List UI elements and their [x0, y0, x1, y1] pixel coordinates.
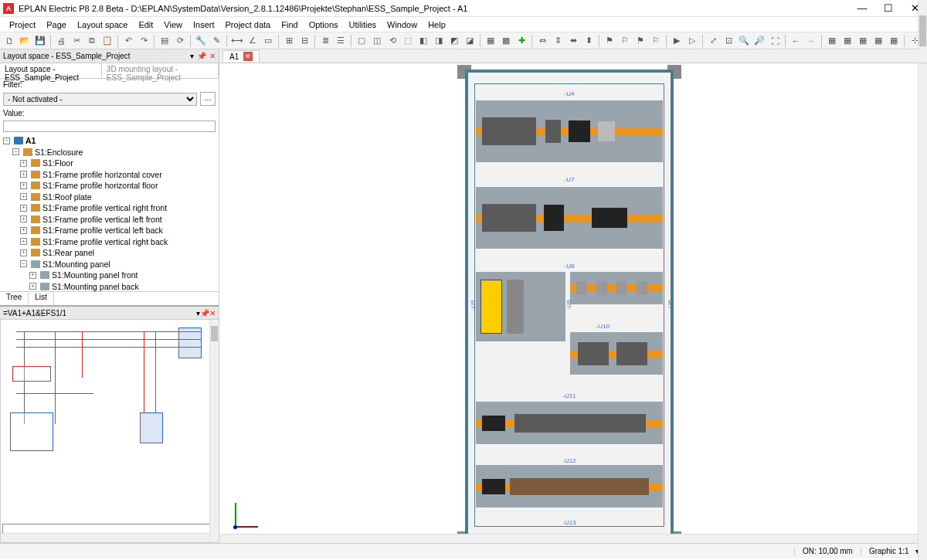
tab-tree[interactable]: Tree — [0, 292, 29, 305]
menu-page[interactable]: Page — [42, 19, 71, 31]
edit-icon[interactable]: ✎ — [209, 34, 223, 48]
collapse-icon[interactable]: − — [3, 137, 10, 144]
panel-pin-icon[interactable]: 📌 — [197, 52, 206, 60]
refresh-icon[interactable]: ⟳ — [173, 34, 187, 48]
dim-icon[interactable]: ⟷ — [230, 34, 244, 48]
menu-utilities[interactable]: Utilities — [345, 19, 381, 31]
redo-icon[interactable]: ↷ — [137, 34, 151, 48]
tree-node[interactable]: +S1:Frame profile horizontal floor — [2, 180, 217, 192]
angle-icon[interactable]: ∠ — [246, 34, 260, 48]
group-icon[interactable]: ⊞ — [282, 34, 296, 48]
expand-icon[interactable]: + — [20, 216, 27, 222]
menu-window[interactable]: Window — [382, 19, 422, 31]
layer-icon[interactable]: ≣ — [318, 34, 332, 48]
dist2-icon[interactable]: ⬍ — [582, 34, 596, 48]
box-icon[interactable]: ▢ — [355, 34, 368, 48]
expand-icon[interactable]: + — [20, 193, 27, 200]
zoom-ext-icon[interactable]: ⤢ — [706, 34, 720, 48]
preview-close-icon[interactable]: ✕ — [209, 309, 216, 317]
rotate-icon[interactable]: ⟲ — [385, 34, 399, 48]
tree-node[interactable]: −S1:Mounting panel — [2, 259, 217, 270]
menu-edit[interactable]: Edit — [134, 19, 158, 31]
view4-icon[interactable]: ◪ — [463, 34, 477, 48]
menu-layout-space[interactable]: Layout space — [73, 19, 132, 31]
cube-icon[interactable]: ◫ — [370, 34, 384, 48]
props-icon[interactable]: ☰ — [334, 34, 348, 48]
panel-close-icon[interactable]: ✕ — [209, 52, 216, 60]
tree-node[interactable]: +S1:Mounting panel back — [2, 281, 217, 292]
align-v-icon[interactable]: ⇕ — [551, 34, 565, 48]
schematic-preview[interactable] — [0, 319, 219, 543]
expand-icon[interactable]: + — [20, 238, 27, 245]
menu-help[interactable]: Help — [423, 19, 450, 31]
rail-section-u4[interactable] — [476, 100, 663, 162]
expand-icon[interactable]: + — [29, 272, 36, 279]
dist-icon[interactable]: ⬌ — [566, 34, 580, 48]
run-icon[interactable]: ▶ — [670, 34, 684, 48]
menu-view[interactable]: View — [159, 19, 187, 31]
zoom-in-icon[interactable]: 🔍 — [737, 34, 751, 48]
grid5-icon[interactable]: ▦ — [887, 34, 901, 48]
tree-node[interactable]: +S1:Frame profile vertical left front — [2, 214, 217, 226]
paste-icon[interactable]: 📋 — [100, 34, 114, 48]
rail-section-u8-left[interactable] — [476, 272, 565, 341]
tab-layout-space[interactable]: Layout space - ESS_Sample_Project — [0, 63, 102, 78]
back-icon[interactable]: ← — [789, 34, 803, 48]
view-icon[interactable]: ◧ — [416, 34, 430, 48]
wrench-icon[interactable]: 🔧 — [194, 34, 208, 48]
flag2-icon[interactable]: ⚐ — [618, 34, 632, 48]
snap-icon[interactable]: ▩ — [499, 34, 513, 48]
menu-insert[interactable]: Insert — [188, 19, 219, 31]
open-icon[interactable]: 📂 — [18, 34, 32, 48]
minimize-button[interactable]: — — [853, 2, 871, 14]
collapse-icon[interactable]: − — [20, 260, 27, 267]
copy-icon[interactable]: ⧉ — [85, 34, 99, 48]
filter-more-button[interactable]: … — [200, 92, 216, 106]
maximize-button[interactable]: ☐ — [879, 2, 898, 14]
tree-node[interactable]: +S1:Frame profile vertical left back — [2, 225, 217, 236]
grid4-icon[interactable]: ▦ — [871, 34, 885, 48]
value-input[interactable] — [3, 120, 216, 132]
expand-icon[interactable]: + — [20, 182, 27, 189]
preview-hscrollbar[interactable] — [1, 533, 209, 542]
flag4-icon[interactable]: ⚐ — [649, 34, 663, 48]
enclosure[interactable]: -U5 -U6 -U4 -U7 -U8 — [465, 70, 674, 541]
undo-icon[interactable]: ↶ — [121, 34, 135, 48]
tab-list[interactable]: List — [29, 292, 54, 305]
canvas-vscrollbar[interactable] — [918, 63, 927, 543]
preview-scrollbar[interactable] — [209, 320, 219, 542]
menu-project[interactable]: Project — [5, 19, 40, 31]
rail-section-u11[interactable] — [476, 402, 663, 444]
expand-icon[interactable]: + — [20, 249, 27, 256]
preview-pin-icon[interactable]: 📌 — [200, 309, 209, 317]
flag-icon[interactable]: ⚑ — [603, 34, 616, 48]
grid2-icon[interactable]: ▦ — [840, 34, 854, 48]
panel-dropdown-icon[interactable]: ▾ — [190, 52, 194, 60]
expand-icon[interactable]: + — [20, 205, 27, 212]
save-icon[interactable]: 💾 — [33, 34, 47, 48]
plus-icon[interactable]: ✚ — [514, 34, 528, 48]
3d-icon[interactable]: ⬚ — [401, 34, 415, 48]
page-icon[interactable]: ▤ — [158, 34, 171, 48]
flag3-icon[interactable]: ⚑ — [633, 34, 647, 48]
print-icon[interactable]: 🖨 — [54, 34, 68, 48]
collapse-icon[interactable]: − — [12, 148, 19, 155]
tree-node[interactable]: +S1:Rear panel — [2, 247, 217, 259]
rail-section-u8-right[interactable] — [570, 272, 663, 304]
align-h-icon[interactable]: ⇔ — [535, 34, 549, 48]
rail-section-u10[interactable] — [570, 332, 663, 375]
tab-close-icon[interactable]: ✕ — [243, 52, 253, 61]
navigator-tree[interactable]: − A1 −S1:Enclosure+S1:Floor+S1:Frame pro… — [0, 134, 219, 291]
expand-icon[interactable]: + — [29, 283, 36, 290]
rail-section-u12[interactable] — [476, 465, 663, 507]
grid3-icon[interactable]: ▦ — [856, 34, 870, 48]
new-icon[interactable]: 🗋 — [2, 34, 16, 48]
tree-node[interactable]: +S1:Floor — [2, 158, 217, 169]
expand-icon[interactable]: + — [20, 160, 27, 167]
tree-node[interactable]: +S1:Roof plate — [2, 192, 217, 203]
cut-icon[interactable]: ✂ — [70, 34, 83, 48]
rail-section-u7[interactable] — [476, 187, 663, 249]
view3-icon[interactable]: ◩ — [447, 34, 461, 48]
menu-project-data[interactable]: Project data — [221, 19, 276, 31]
filter-select[interactable]: - Not activated - — [3, 93, 197, 106]
